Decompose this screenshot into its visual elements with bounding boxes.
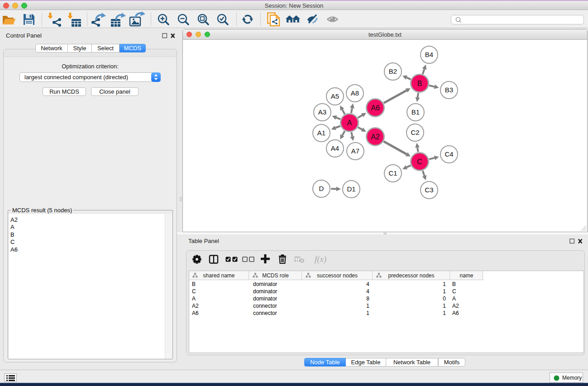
svg-text:A5: A5: [331, 92, 339, 100]
svg-text:B1: B1: [411, 108, 420, 116]
svg-text:C2: C2: [411, 129, 419, 136]
svg-text:A8: A8: [351, 89, 359, 97]
svg-text:D1: D1: [347, 185, 355, 193]
svg-text:A7: A7: [351, 147, 359, 155]
svg-text:A1: A1: [317, 129, 325, 137]
svg-text:A4: A4: [331, 144, 339, 152]
svg-text:B3: B3: [445, 86, 453, 94]
svg-text:C4: C4: [445, 150, 453, 158]
svg-text:C3: C3: [425, 186, 433, 194]
svg-text:A6: A6: [371, 104, 380, 112]
svg-text:A3: A3: [318, 108, 326, 116]
svg-text:C: C: [417, 158, 422, 166]
svg-text:C1: C1: [388, 169, 397, 177]
svg-text:A2: A2: [371, 133, 380, 141]
svg-text:B: B: [417, 80, 422, 87]
svg-text:A: A: [347, 119, 352, 127]
svg-text:D: D: [319, 185, 324, 192]
svg-text:B4: B4: [425, 51, 433, 58]
svg-text:B2: B2: [389, 67, 397, 75]
